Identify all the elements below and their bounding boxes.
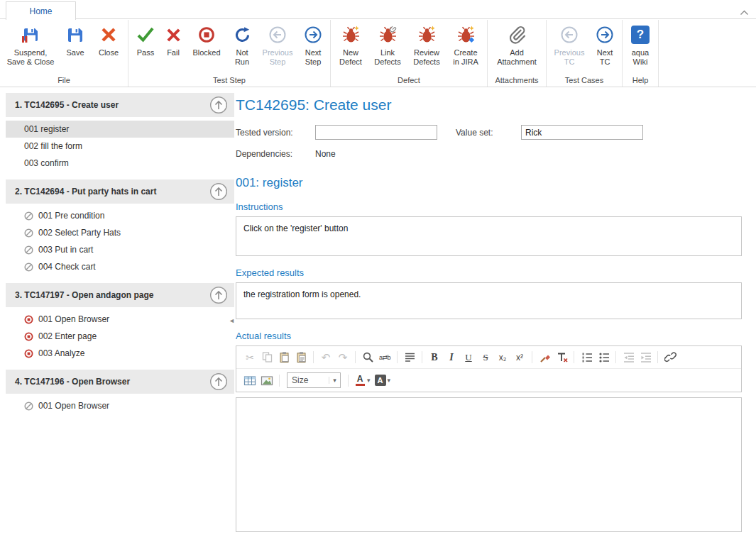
test-step-item[interactable]: 001 register xyxy=(6,121,234,138)
test-step-item[interactable]: 001 Open Browser xyxy=(6,311,234,328)
review-defects-bug-icon xyxy=(417,23,437,46)
ribbon-group-label: Defect xyxy=(333,73,485,87)
review-defects-button[interactable]: Review Defects xyxy=(407,21,447,67)
testcase-header[interactable]: 2. TC142694 - Put party hats in cart xyxy=(6,179,234,204)
testcase-header[interactable]: 4. TC147196 - Open Browser xyxy=(6,370,234,394)
redo-icon[interactable]: ↷ xyxy=(335,350,351,365)
instructions-box[interactable]: Click on the 'register' button xyxy=(236,216,742,256)
toolbar-separator xyxy=(397,351,398,363)
undo-icon[interactable]: ↶ xyxy=(318,350,334,365)
numbered-list-icon[interactable] xyxy=(579,350,594,365)
tab-home[interactable]: Home xyxy=(6,1,76,20)
value-set-input[interactable] xyxy=(521,125,643,140)
expected-results-box[interactable]: the registration form is opened. xyxy=(236,282,742,319)
cut-icon[interactable]: ✂ xyxy=(242,350,258,365)
format-painter-icon[interactable] xyxy=(537,350,552,365)
step-label: 002 fill the form xyxy=(24,141,82,151)
text-color-button[interactable]: A ▾ xyxy=(354,375,371,386)
toolbar-separator xyxy=(532,351,532,363)
add-attachment-button[interactable]: Add Attachment xyxy=(490,21,544,67)
scroll-to-top-button[interactable] xyxy=(209,372,228,391)
previous-step-button[interactable]: Previous Step xyxy=(257,21,298,67)
underline-icon[interactable]: U xyxy=(461,350,476,365)
insert-image-icon[interactable] xyxy=(259,372,275,388)
testcase-title: 1. TC142695 - Create user xyxy=(15,100,119,110)
previous-tc-button[interactable]: Previous TC xyxy=(549,21,590,67)
ribbon-group-label: Test Cases xyxy=(549,73,620,87)
ribbon-group-defect: New Defect Link Defects xyxy=(331,20,488,87)
remove-format-icon[interactable] xyxy=(554,350,569,365)
dependencies-value: None xyxy=(315,149,336,159)
blocked-button[interactable]: Blocked xyxy=(186,21,227,57)
tested-version-input[interactable] xyxy=(315,125,437,140)
paste-icon[interactable] xyxy=(276,350,292,365)
button-label: Next Step xyxy=(302,48,324,67)
next-step-button[interactable]: Next Step xyxy=(298,21,328,67)
test-step-item[interactable]: 003 confirm xyxy=(6,155,234,172)
pass-check-icon xyxy=(136,23,155,46)
test-step-item[interactable]: 004 Check cart xyxy=(6,258,234,275)
link-icon[interactable] xyxy=(662,350,678,365)
strikethrough-icon[interactable]: S xyxy=(478,350,493,365)
suspend-save-close-button[interactable]: Suspend, Save & Close xyxy=(2,21,59,67)
test-step-item[interactable]: 003 Analyze xyxy=(6,345,234,362)
pass-button[interactable]: Pass xyxy=(131,21,160,57)
indent-icon[interactable] xyxy=(637,350,653,365)
expected-results-label: Expected results xyxy=(236,267,742,278)
button-label: Add Attachment xyxy=(493,48,540,67)
ribbon-group-file: Suspend, Save & Close Save Close xyxy=(0,20,128,87)
create-in-jira-bug-icon xyxy=(456,23,476,46)
subscript-icon[interactable]: x₂ xyxy=(495,350,510,365)
insert-table-icon[interactable] xyxy=(242,372,258,388)
background-color-button[interactable]: A ▾ xyxy=(375,375,391,386)
bold-icon[interactable]: B xyxy=(427,350,442,365)
save-button[interactable]: Save xyxy=(59,21,92,57)
sidebar-collapse-handle[interactable]: ◄ xyxy=(229,317,235,324)
actual-results-editor[interactable] xyxy=(236,397,742,532)
test-step-item[interactable]: 001 Open Browser xyxy=(6,397,234,414)
step-label: 001 Open Browser xyxy=(38,314,109,324)
link-defects-button[interactable]: Link Defects xyxy=(368,21,407,67)
testcase-header[interactable]: 1. TC142695 - Create user xyxy=(6,93,234,117)
test-step-item[interactable]: 001 Pre condition xyxy=(6,207,234,224)
new-defect-button[interactable]: New Defect xyxy=(333,21,368,67)
copy-icon[interactable] xyxy=(259,350,275,365)
italic-icon[interactable]: I xyxy=(444,350,459,365)
toolbar-separator xyxy=(313,351,314,363)
scroll-to-top-button[interactable] xyxy=(209,182,228,201)
outdent-icon[interactable] xyxy=(620,350,636,365)
rich-text-toolbar: ✂ ↶ ↷ a⇄b B I U S x₂ x² xyxy=(236,345,742,392)
test-step-item[interactable]: 003 Put in cart xyxy=(6,241,234,258)
blocked-status-icon xyxy=(24,315,33,324)
testcase-header[interactable]: 3. TC147197 - Open andagon page xyxy=(6,283,234,307)
create-in-jira-button[interactable]: Create in JIRA xyxy=(447,21,485,67)
font-size-dropdown[interactable]: Size ▾ xyxy=(287,372,341,388)
paragraph-format-icon[interactable] xyxy=(402,350,417,365)
find-icon[interactable] xyxy=(360,350,376,365)
scroll-to-top-button[interactable] xyxy=(209,286,228,304)
paste-text-icon[interactable] xyxy=(293,350,309,365)
button-label: Not Run xyxy=(231,48,253,67)
toolbar-row-2: Size ▾ A ▾ A ▾ xyxy=(236,369,741,392)
not-run-button[interactable]: Not Run xyxy=(227,21,257,67)
close-button[interactable]: Close xyxy=(92,21,126,57)
test-step-item[interactable]: 002 Select Party Hats xyxy=(6,224,234,241)
aqua-wiki-button[interactable]: ? aqua Wiki xyxy=(625,21,656,67)
version-fields-row: Tested version: Value set: xyxy=(236,125,742,140)
button-label: Fail xyxy=(164,48,182,57)
superscript-icon[interactable]: x² xyxy=(512,350,527,365)
button-label: Close xyxy=(95,48,122,57)
ribbon-group-attachments: Add Attachment Attachments xyxy=(488,20,547,87)
scroll-to-top-button[interactable] xyxy=(209,96,228,114)
blocked-icon xyxy=(197,23,216,46)
ribbon-group-help: ? aqua Wiki Help xyxy=(623,20,659,87)
replace-icon[interactable]: a⇄b xyxy=(377,350,393,365)
not-run-status-icon xyxy=(24,228,33,238)
collapse-ribbon-button[interactable] xyxy=(740,6,749,18)
test-step-item[interactable]: 002 Enter page xyxy=(6,328,234,345)
next-tc-button[interactable]: Next TC xyxy=(590,21,620,67)
bulleted-list-icon[interactable] xyxy=(596,350,611,365)
fail-button[interactable]: Fail xyxy=(160,21,186,57)
test-step-item[interactable]: 002 fill the form xyxy=(6,138,234,155)
previous-step-icon xyxy=(268,23,287,46)
